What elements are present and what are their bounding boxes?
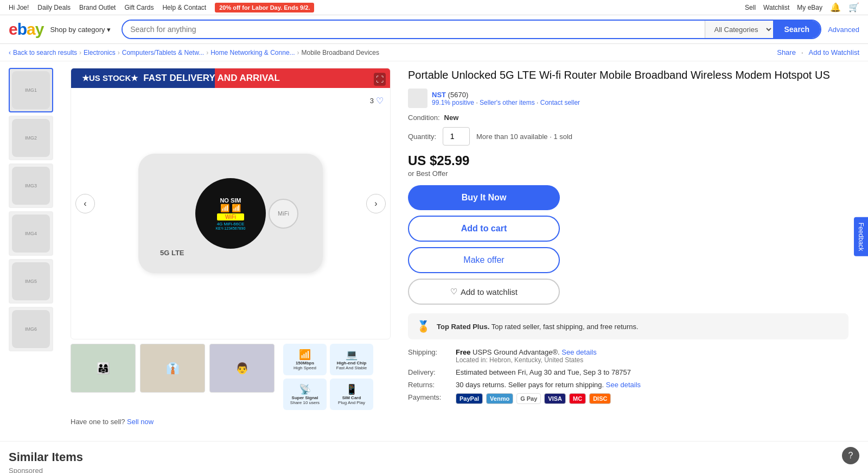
next-image-button[interactable]: › — [366, 194, 386, 213]
brand-outlet-link[interactable]: Brand Outlet — [79, 4, 116, 11]
quantity-input[interactable] — [443, 127, 470, 146]
shipping-section: Shipping: Free USPS Ground Advantage®. S… — [408, 348, 848, 404]
gpay-badge: G Pay — [516, 393, 541, 404]
daily-deals-link[interactable]: Daily Deals — [37, 4, 71, 11]
screen-content: NO SIM 📶 📶 WiFi 4G MiFi-66CE KEY-1234567… — [216, 197, 246, 230]
returns-label: Returns: — [408, 381, 451, 389]
crumb-electronics[interactable]: Electronics — [84, 49, 116, 56]
bottom-section: Similar Items Sponsored Feedback on our … — [0, 441, 868, 473]
advanced-link[interactable]: Advanced — [828, 26, 859, 34]
thumbnail-2[interactable]: IMG2 — [9, 116, 53, 160]
returns-see-details[interactable]: See details — [606, 381, 641, 389]
back-to-results-link[interactable]: Back to search results — [13, 49, 77, 56]
feature-row-2: 📡 Super Signal Share 10 users 📱 SIM Card… — [283, 379, 373, 410]
help-contact-link[interactable]: Help & Contact — [162, 4, 206, 11]
cart-icon[interactable]: 🛒 — [848, 2, 859, 12]
banner-text-2: FAST DELIVERY AND ARRIVAL — [143, 73, 280, 84]
feedback-tab[interactable]: Feedback — [854, 217, 868, 256]
search-bar: All Categories Search — [122, 20, 821, 39]
shipping-value: Free USPS Ground Advantage®. See details… — [456, 348, 597, 364]
banner-strip: ★US STOCK★ FAST DELIVERY AND ARRIVAL — [71, 68, 390, 88]
crumb-networking[interactable]: Home Networking & Conne... — [210, 49, 295, 56]
mini-thumb-3[interactable]: 👨 — [209, 344, 275, 393]
mini-gallery: 👨‍👩‍👧 👔 👨 — [71, 344, 275, 410]
contact-seller-link[interactable]: Contact seller — [540, 99, 580, 106]
promo-badge[interactable]: 20% off for Labor Day. Ends 9/2. — [215, 3, 314, 12]
greeting[interactable]: Hi Joe! — [9, 4, 29, 11]
heart-icon[interactable]: ♡ — [376, 96, 384, 106]
no-sim-text: NO SIM — [216, 197, 246, 204]
category-select[interactable]: All Categories — [705, 21, 773, 38]
watchlist-heart-icon: ♡ — [450, 287, 457, 297]
sell-link[interactable]: Sell — [745, 4, 756, 11]
condition-value: New — [444, 113, 459, 122]
notification-icon[interactable]: 🔔 — [830, 2, 841, 12]
shop-by-button[interactable]: Shop by category ▾ — [50, 26, 111, 34]
search-button[interactable]: Search — [773, 21, 820, 38]
ebay-logo[interactable]: ebay — [9, 20, 43, 39]
buy-it-now-button[interactable]: Buy It Now — [408, 185, 560, 210]
add-to-watchlist-button[interactable]: ♡ Add to watchlist — [408, 279, 560, 305]
payments-row: Payments: PayPal Venmo G Pay VISA MC DIS… — [408, 393, 848, 404]
feature-sim: 📱 SIM Card Plug And Play — [330, 379, 373, 410]
thumbnail-5[interactable]: IMG5 — [9, 259, 53, 304]
main-header: ebay Shop by category ▾ All Categories S… — [0, 15, 868, 44]
crumb-current: Mobile Broadband Devices — [302, 49, 379, 56]
breadcrumb: ‹ Back to search results › Electronics ›… — [0, 44, 868, 61]
mini-gallery-row: 👨‍👩‍👧 👔 👨 📶 150Mbps High Speed — [71, 344, 391, 410]
delivery-row: Delivery: Estimated between Fri, Aug 30 … — [408, 368, 848, 376]
banner-text-1: ★US STOCK★ — [82, 73, 138, 83]
seller-info: NST (5670) 99.1% positive · Seller's oth… — [432, 91, 580, 106]
condition-label: Condition: — [408, 113, 440, 122]
share-link[interactable]: Share — [777, 48, 796, 56]
seller-row: NST (5670) 99.1% positive · Seller's oth… — [408, 89, 848, 108]
positive-rating-link[interactable]: 99.1% positive — [432, 99, 474, 106]
thumbnail-4[interactable]: IMG4 — [9, 211, 53, 256]
condition-row: Condition: New — [408, 113, 848, 122]
signal-icon: 📡 — [299, 383, 311, 395]
seller-rating: 99.1% positive · Seller's other items · … — [432, 99, 580, 106]
product-image-area: ★US STOCK★ FAST DELIVERY AND ARRIVAL 5G … — [71, 68, 391, 426]
thumbnail-6[interactable]: IMG6 — [9, 307, 53, 351]
device-screen: NO SIM 📶 📶 WiFi 4G MiFi-66CE KEY-1234567… — [195, 178, 266, 249]
breadcrumb-sep-1: › — [79, 49, 81, 56]
shipping-see-details[interactable]: See details — [561, 348, 596, 356]
add-to-cart-button[interactable]: Add to cart — [408, 216, 560, 242]
thumbnail-3[interactable]: IMG3 — [9, 163, 53, 208]
payment-methods: PayPal Venmo G Pay VISA MC DISC — [456, 393, 611, 404]
make-offer-button[interactable]: Make offer — [408, 247, 560, 273]
quantity-available: More than 10 available · 1 sold — [476, 133, 572, 141]
sell-now-link[interactable]: Sell now — [127, 418, 154, 426]
top-bar-left: Hi Joe! Daily Deals Brand Outlet Gift Ca… — [9, 3, 314, 12]
watchlist-link[interactable]: Watchlist — [763, 4, 789, 11]
help-button[interactable]: ? — [842, 447, 859, 464]
seller-name[interactable]: NST — [432, 91, 446, 99]
feature-icons: 📶 150Mbps High Speed 💻 High-end Chip Fas… — [283, 344, 373, 410]
sellers-items-link[interactable]: Seller's other items — [480, 99, 535, 106]
fullscreen-icon[interactable]: ⛶ — [374, 73, 386, 86]
payments-label: Payments: — [408, 393, 451, 404]
crumb-computers[interactable]: Computers/Tablets & Netw... — [122, 49, 204, 56]
add-to-watchlist-breadcrumb[interactable]: Add to Watchlist — [809, 48, 859, 56]
breadcrumb-sep-3: › — [206, 49, 208, 56]
mastercard-badge: MC — [569, 393, 586, 404]
mifi-circle: MiFi — [269, 199, 298, 229]
search-input[interactable] — [123, 21, 705, 38]
gift-cards-link[interactable]: Gift Cards — [124, 4, 154, 11]
shipping-row: Shipping: Free USPS Ground Advantage®. S… — [408, 348, 848, 364]
like-count: 3 — [370, 97, 374, 105]
chip-icon: 💻 — [346, 349, 358, 361]
seller-avatar — [408, 89, 427, 108]
similar-items-title: Similar Items — [9, 450, 859, 464]
my-ebay-link[interactable]: My eBay — [797, 4, 822, 11]
seller-review-count: 5670 — [450, 91, 466, 99]
mini-thumb-2[interactable]: 👔 — [140, 344, 205, 393]
prev-image-button[interactable]: ‹ — [75, 194, 95, 213]
paypal-badge: PayPal — [456, 393, 483, 404]
mini-thumb-1[interactable]: 👨‍👩‍👧 — [71, 344, 136, 393]
breadcrumb-actions: Share · Add to Watchlist — [777, 48, 859, 56]
top-rated-icon: 🏅 — [417, 320, 430, 333]
have-one-row: Have one to sell? Sell now — [71, 418, 391, 426]
thumbnail-1[interactable]: IMG1 — [9, 68, 53, 112]
venmo-badge: Venmo — [486, 393, 513, 404]
